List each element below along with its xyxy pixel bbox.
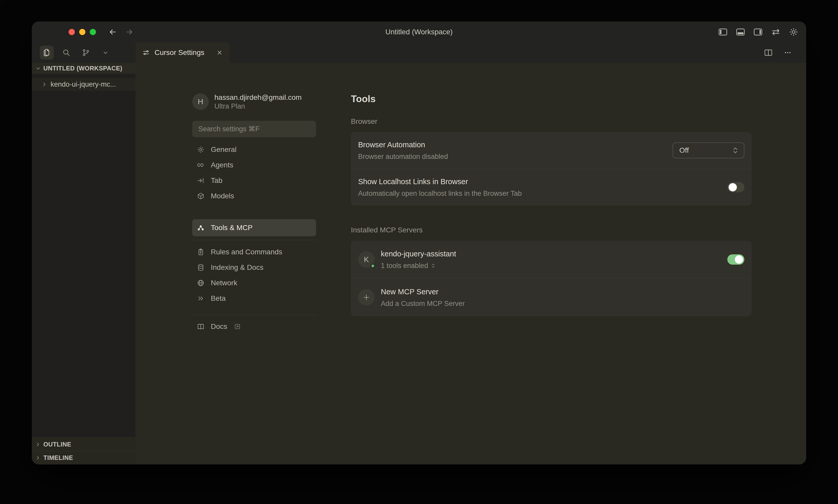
- settings-nav-label: General: [211, 145, 237, 154]
- settings-nav-label: Rules and Commands: [211, 248, 282, 256]
- workspace-section-header[interactable]: UNTITLED (WORKSPACE): [32, 63, 136, 74]
- settings-nav-label: Indexing & Docs: [211, 263, 263, 272]
- toggle-secondary-sidebar-button[interactable]: [753, 28, 763, 36]
- new-mcp-server-description: Add a Custom MCP Server: [381, 300, 465, 308]
- globe-icon: [196, 279, 205, 287]
- settings-nav-label: Beta: [211, 294, 226, 303]
- sliders-icon: [142, 49, 150, 56]
- localhost-links-toggle[interactable]: [727, 182, 744, 193]
- split-editor-button[interactable]: [764, 49, 772, 56]
- panel-left-icon: [718, 28, 728, 36]
- tools-enabled-count[interactable]: 1 tools enabled: [381, 262, 428, 270]
- swap-arrows-icon: [771, 28, 781, 36]
- git-branch-icon: [82, 48, 90, 57]
- settings-nav-indexing-docs[interactable]: Indexing & Docs: [192, 260, 316, 275]
- explorer-sidebar: UNTITLED (WORKSPACE) kendo-ui-jquery-mc.…: [32, 42, 136, 464]
- setting-title: Show Localhost Links in Browser: [358, 177, 522, 186]
- editor-more-actions-button[interactable]: [784, 49, 791, 56]
- settings-nav-tab[interactable]: Tab: [192, 173, 316, 188]
- settings-nav-network[interactable]: Network: [192, 275, 316, 291]
- new-mcp-server-row[interactable]: New MCP Server Add a Custom MCP Server: [351, 278, 752, 316]
- toggle-panel-button[interactable]: [736, 28, 745, 36]
- new-mcp-server-title: New MCP Server: [381, 287, 465, 296]
- search-view-button[interactable]: [59, 46, 73, 59]
- settings-nav-tools-mcp[interactable]: Tools & MCP: [192, 219, 316, 236]
- window-title: Untitled (Workspace): [32, 28, 806, 36]
- mcp-server-row: K kendo-jquery-assistant 1 tools enabled: [351, 241, 752, 278]
- toggle-knob: [735, 255, 743, 264]
- files-icon: [42, 48, 51, 57]
- toggle-knob: [729, 183, 737, 192]
- toggle-primary-sidebar-button[interactable]: [718, 28, 728, 36]
- settings-nav-rules-commands[interactable]: Rules and Commands: [192, 244, 316, 260]
- cube-icon: [196, 192, 205, 200]
- maximize-window-button[interactable]: [90, 29, 96, 35]
- sidebar-view-switcher: [32, 42, 136, 63]
- tab-cursor-settings[interactable]: Cursor Settings: [136, 42, 230, 63]
- timeline-section-header[interactable]: TIMELINE: [32, 451, 136, 464]
- arrow-to-bar-icon: [196, 177, 205, 184]
- cursor-settings-page: H hassan.djirdeh@gmail.com Ultra Plan: [136, 63, 806, 464]
- editor-tab-bar: Cursor Settings: [136, 42, 806, 63]
- layout-switch-button[interactable]: [771, 28, 781, 36]
- tree-item-label: kendo-ui-jquery-mc...: [51, 80, 116, 88]
- clipboard-icon: [196, 248, 205, 256]
- plus-icon: [358, 289, 375, 306]
- chevron-right-icon: [35, 455, 41, 461]
- title-bar: Untitled (Workspace): [32, 22, 806, 42]
- account-row[interactable]: H hassan.djirdeh@gmail.com Ultra Plan: [192, 93, 316, 110]
- app-window: Untitled (Workspace): [32, 22, 806, 464]
- infinity-icon: [196, 161, 205, 169]
- tab-label: Cursor Settings: [155, 49, 204, 57]
- settings-search-input[interactable]: [192, 121, 316, 137]
- settings-nav-models[interactable]: Models: [192, 188, 316, 204]
- tab-close-button[interactable]: [216, 49, 223, 56]
- mcp-server-avatar: K: [358, 251, 375, 268]
- mcp-server-toggle[interactable]: [727, 254, 744, 265]
- close-window-button[interactable]: [69, 29, 75, 35]
- outline-section-header[interactable]: OUTLINE: [32, 437, 136, 451]
- setting-description: Browser automation disabled: [358, 152, 448, 161]
- database-icon: [196, 264, 205, 271]
- settings-nav-label: Tools & MCP: [211, 223, 253, 232]
- minimize-window-button[interactable]: [79, 29, 85, 35]
- settings-nav-label: Models: [211, 192, 234, 200]
- mcp-section-label: Installed MCP Servers: [351, 226, 752, 234]
- settings-nav-agents[interactable]: Agents: [192, 157, 316, 173]
- setting-description: Automatically open localhost links in th…: [358, 189, 522, 198]
- hub-icon: [196, 224, 205, 232]
- chevron-right-icon: [41, 81, 48, 87]
- select-value: Off: [679, 146, 689, 155]
- tree-item-folder[interactable]: kendo-ui-jquery-mc...: [32, 78, 136, 91]
- history-back-button[interactable]: [108, 28, 117, 36]
- browser-settings-card: Browser Automation Browser automation di…: [351, 132, 752, 205]
- external-link-icon: [234, 323, 241, 330]
- more-views-button[interactable]: [99, 46, 112, 59]
- account-plan-badge: Ultra Plan: [214, 102, 302, 111]
- explorer-empty-area: [32, 91, 136, 437]
- settings-nav-general[interactable]: General: [192, 142, 316, 157]
- chevron-down-icon: [35, 65, 41, 71]
- status-dot: [370, 263, 375, 269]
- traffic-lights: [69, 29, 96, 35]
- browser-automation-select[interactable]: Off: [673, 142, 744, 158]
- setting-title: Browser Automation: [358, 140, 448, 149]
- updown-chevrons-icon: [731, 146, 739, 155]
- avatar: H: [192, 93, 209, 110]
- gear-icon: [196, 146, 205, 154]
- history-forward-button[interactable]: [125, 28, 133, 36]
- explorer-view-button[interactable]: [40, 46, 54, 59]
- docs-link[interactable]: Docs: [192, 320, 316, 333]
- settings-nav-beta[interactable]: Beta: [192, 291, 316, 306]
- settings-gear-button[interactable]: [789, 28, 798, 37]
- setting-row-browser-automation: Browser Automation Browser automation di…: [351, 132, 752, 169]
- source-control-view-button[interactable]: [79, 46, 93, 59]
- mcp-servers-card: K kendo-jquery-assistant 1 tools enabled: [351, 241, 752, 316]
- gear-icon: [789, 28, 798, 37]
- workspace-header-label: UNTITLED (WORKSPACE): [43, 65, 122, 72]
- panel-bottom-icon: [736, 28, 745, 36]
- ellipsis-icon: [784, 49, 791, 56]
- nav-divider: [192, 240, 316, 240]
- setting-row-localhost-links: Show Localhost Links in Browser Automati…: [351, 169, 752, 205]
- chevrons-right-icon: [196, 294, 205, 302]
